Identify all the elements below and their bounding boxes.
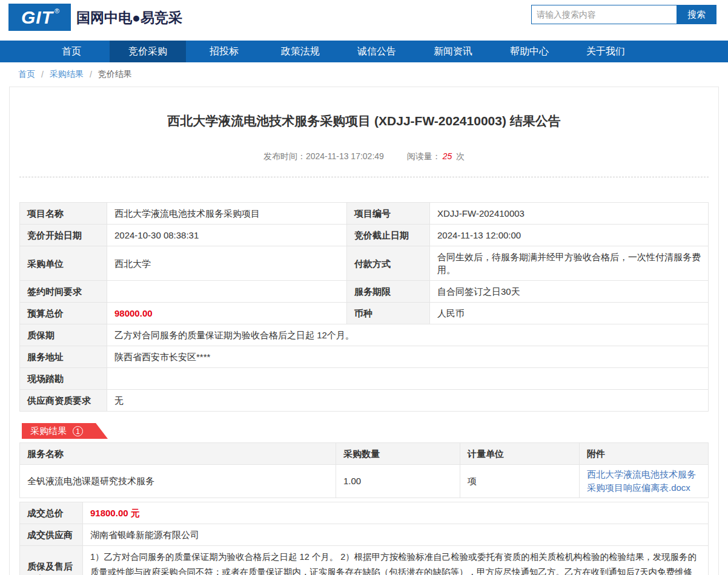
- nav-item-help-center[interactable]: 帮助中心: [491, 41, 568, 62]
- column-header: 采购数量: [336, 443, 460, 465]
- field-label: 现场踏勘: [20, 368, 107, 390]
- table-row: 采购单位 西北大学 付款方式 合同生效后，待服务期满并经甲方验收合格后，一次性付…: [20, 246, 709, 281]
- divider: [19, 177, 709, 177]
- table-row: 成交总价 91800.00 元: [20, 502, 709, 524]
- nav-item-about-us[interactable]: 关于我们: [568, 41, 644, 62]
- field-value: 无: [107, 390, 709, 412]
- procurement-result-table: 服务名称 采购数量 计量单位 附件 全钒液流电池课题研究技术服务 1.00 项 …: [19, 442, 709, 498]
- field-value: 西北大学: [107, 246, 347, 281]
- table-row: 供应商资质要求 无: [20, 390, 709, 412]
- publish-time-value: 2024-11-13 17:02:49: [306, 151, 384, 161]
- deal-summary-table: 成交总价 91800.00 元 成交供应商 湖南省银峰新能源有限公司 质保及售后…: [19, 502, 709, 575]
- views-unit: 次: [456, 151, 465, 161]
- table-row: 质保及售后服务 1）乙方对合同服务的质量保证期为验收合格后之日起 12 个月。 …: [20, 546, 709, 575]
- field-value: 西北大学液流电池技术服务采购项目: [107, 203, 347, 225]
- table-row: 项目名称 西北大学液流电池技术服务采购项目 项目编号 XDJJ-FW-20241…: [20, 203, 709, 225]
- field-label: 项目名称: [20, 203, 107, 225]
- breadcrumb-separator: /: [90, 70, 92, 79]
- views-count: 25: [443, 151, 452, 161]
- budget-price-value: 98000.00: [107, 303, 347, 324]
- attachment-cell: 西北大学液流电池技术服务采购项目响应偏离表.docx: [580, 465, 709, 498]
- field-value: 陕西省西安市长安区****: [107, 346, 709, 368]
- project-info-table: 项目名称 西北大学液流电池技术服务采购项目 项目编号 XDJJ-FW-20241…: [19, 202, 709, 412]
- nav-item-home[interactable]: 首页: [33, 41, 110, 62]
- field-label: 成交总价: [20, 502, 83, 524]
- site-title: 国网中电●易竞采: [76, 8, 182, 27]
- service-name-cell: 全钒液流电池课题研究技术服务: [20, 465, 336, 498]
- nav-item-tendering[interactable]: 招投标: [186, 41, 262, 62]
- deal-total-price: 91800.00 元: [83, 502, 709, 524]
- registered-trademark-icon: ®: [55, 7, 59, 15]
- unit-cell: 项: [460, 465, 580, 498]
- field-value: XDJJ-FW-202410003: [430, 203, 709, 225]
- table-row: 竞价开始日期 2024-10-30 08:38:31 竞价截止日期 2024-1…: [20, 225, 709, 246]
- field-value: 自合同签订之日30天: [430, 281, 709, 303]
- nav-item-integrity-notices[interactable]: 诚信公告: [339, 41, 415, 62]
- field-value: [107, 368, 709, 390]
- views-label: 阅读量：: [407, 151, 441, 161]
- table-row: 服务地址 陕西省西安市长安区****: [20, 346, 709, 368]
- breadcrumb: 首页 / 采购结果 / 竞价结果: [0, 62, 728, 87]
- nav-item-news[interactable]: 新闻资讯: [415, 41, 491, 62]
- table-row: 成交供应商 湖南省银峰新能源有限公司: [20, 524, 709, 546]
- field-label: 质保及售后服务: [20, 546, 83, 575]
- field-label: 预算总价: [20, 303, 107, 324]
- main-nav: 首页 竞价采购 招投标 政策法规 诚信公告 新闻资讯 帮助中心 关于我们: [0, 41, 728, 62]
- table-row: 质保期 乙方对合同服务的质量保证期为验收合格后之日起 12个月。: [20, 324, 709, 346]
- field-value: [107, 281, 347, 303]
- field-label: 竞价截止日期: [347, 225, 430, 246]
- field-label: 付款方式: [347, 246, 430, 281]
- publish-time-label: 发布时间：: [263, 151, 306, 161]
- column-header: 服务名称: [20, 443, 336, 465]
- field-label: 项目编号: [347, 203, 430, 225]
- column-header: 附件: [580, 443, 709, 465]
- warranty-text: 1）乙方对合同服务的质量保证期为验收合格后之日起 12 个月。 2）根据甲方按检…: [83, 546, 709, 575]
- article-meta: 发布时间：2024-11-13 17:02:49 阅读量：25 次: [19, 151, 709, 162]
- field-value: 2024-10-30 08:38:31: [107, 225, 347, 246]
- logo-text: GIT: [21, 7, 53, 28]
- field-label: 服务期限: [347, 281, 430, 303]
- field-value: 人民币: [430, 303, 709, 324]
- field-label: 币种: [347, 303, 430, 324]
- breadcrumb-current: 竞价结果: [98, 69, 132, 80]
- column-header: 计量单位: [460, 443, 580, 465]
- field-value: 乙方对合同服务的质量保证期为验收合格后之日起 12个月。: [107, 324, 709, 346]
- quantity-cell: 1.00: [336, 465, 460, 498]
- badge-label: 采购结果: [30, 426, 67, 437]
- breadcrumb-procurement-results-link[interactable]: 采购结果: [50, 69, 84, 80]
- table-row: 预算总价 98000.00 币种 人民币: [20, 303, 709, 324]
- page-title: 西北大学液流电池技术服务采购项目 (XDJJ-FW-202410003) 结果公…: [19, 87, 709, 130]
- field-label: 质保期: [20, 324, 107, 346]
- field-label: 采购单位: [20, 246, 107, 281]
- field-value: 2024-11-13 12:00:00: [430, 225, 709, 246]
- nav-item-policies[interactable]: 政策法规: [262, 41, 339, 62]
- content-card: 西北大学液流电池技术服务采购项目 (XDJJ-FW-202410003) 结果公…: [9, 87, 719, 575]
- table-header-row: 服务名称 采购数量 计量单位 附件: [20, 443, 709, 465]
- attachment-link[interactable]: 西北大学液流电池技术服务采购项目响应偏离表.docx: [587, 469, 696, 493]
- table-row: 签约时间要求 服务期限 自合同签订之日30天: [20, 281, 709, 303]
- nav-item-bidding-procurement[interactable]: 竞价采购: [110, 41, 186, 62]
- field-label: 竞价开始日期: [20, 225, 107, 246]
- badge-count-circle-icon: 1: [73, 426, 83, 436]
- site-header: GIT® 国网中电●易竞采 搜索: [0, 0, 728, 41]
- breadcrumb-home-link[interactable]: 首页: [18, 69, 35, 80]
- search-input[interactable]: [531, 5, 677, 24]
- field-label: 成交供应商: [20, 524, 83, 546]
- field-label: 供应商资质要求: [20, 390, 107, 412]
- field-value: 合同生效后，待服务期满并经甲方验收合格后，一次性付清服务费用。: [430, 246, 709, 281]
- table-row: 现场踏勘: [20, 368, 709, 390]
- table-row: 全钒液流电池课题研究技术服务 1.00 项 西北大学液流电池技术服务采购项目响应…: [20, 465, 709, 498]
- breadcrumb-separator: /: [41, 70, 44, 79]
- search-bar: 搜索: [531, 5, 716, 24]
- search-button[interactable]: 搜索: [677, 5, 716, 24]
- site-logo[interactable]: GIT®: [8, 4, 71, 31]
- field-label: 签约时间要求: [20, 281, 107, 303]
- deal-supplier: 湖南省银峰新能源有限公司: [83, 524, 709, 546]
- field-label: 服务地址: [20, 346, 107, 368]
- procurement-result-badge: 采购结果 1: [22, 423, 108, 439]
